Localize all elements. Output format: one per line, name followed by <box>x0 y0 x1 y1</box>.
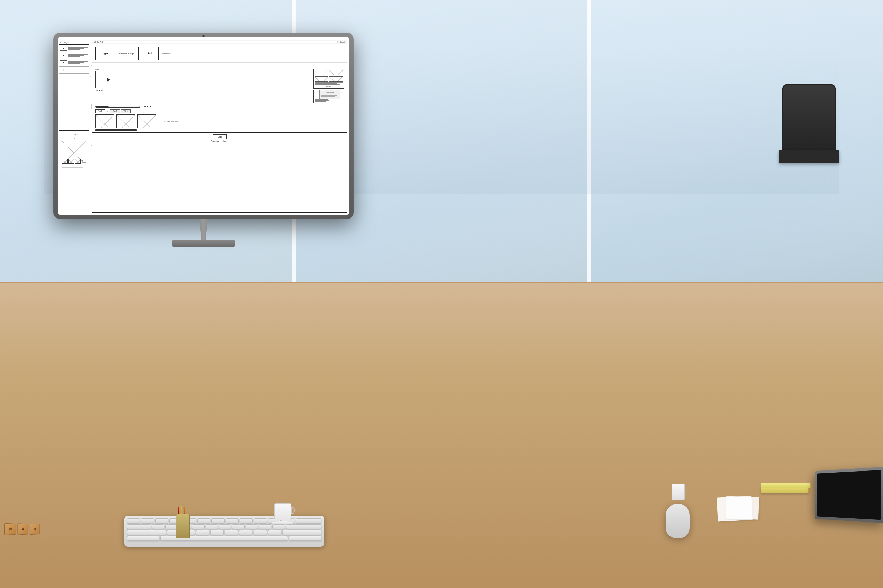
play-button-large <box>107 77 110 82</box>
video-lines-4 <box>68 69 88 71</box>
monitor-screen: Video Playlist <box>57 37 349 215</box>
card-grid <box>314 70 343 82</box>
tab-2[interactable]: Tab 2 <box>110 109 120 113</box>
key-i <box>226 518 239 523</box>
card-thumb-1 <box>314 70 328 75</box>
wireframe: Video Playlist <box>57 37 349 215</box>
x-mark-c3 <box>315 76 328 81</box>
video-thumb-3 <box>60 60 67 65</box>
x-mark-g3 <box>138 115 156 128</box>
video-prev-icon[interactable]: ◁ <box>95 89 96 91</box>
card-thumb-2 <box>329 70 343 75</box>
edit-info-label[interactable]: Edit Info <box>314 86 343 87</box>
tab-1[interactable]: Tab 1 <box>95 109 105 113</box>
insert-picture-label: Insert a Picture <box>162 53 171 54</box>
block-w: W <box>5 523 16 535</box>
logo-box: Logo <box>95 46 113 60</box>
video-thumb-4 <box>60 68 67 72</box>
key-y <box>197 518 211 523</box>
x-mark-main <box>62 141 86 158</box>
key-j <box>232 524 245 529</box>
x-mark-c1 <box>315 70 328 75</box>
play-icon-2 <box>63 54 64 57</box>
ad-text: Ad <box>147 52 152 55</box>
browser-dot-1 <box>94 41 96 43</box>
dots-navigation[interactable]: • • • <box>92 63 347 67</box>
gallery-thumb-3 <box>137 114 156 128</box>
gallery-progress <box>95 129 344 131</box>
small-photo-3 <box>75 159 81 164</box>
video-item-3 <box>59 59 89 66</box>
monitor: Video Playlist <box>53 33 354 246</box>
key-f <box>192 524 205 529</box>
video-item-1 <box>59 45 89 52</box>
x-mark-s1 <box>62 159 67 164</box>
key-a <box>152 524 164 529</box>
key-shift-r <box>283 530 322 535</box>
content-area: Video <box>92 67 347 104</box>
key-shift-l <box>127 530 166 535</box>
coffee-cup-area <box>274 503 294 524</box>
key-e <box>155 518 168 523</box>
video-column: Video <box>95 69 312 103</box>
gallery-progress-bars <box>95 129 344 131</box>
video-controls: ◁ ▷ <box>95 89 312 91</box>
logo-text: Logo <box>100 52 108 55</box>
keyboard <box>124 516 324 547</box>
video-player[interactable] <box>95 71 121 88</box>
x-mark-g1 <box>96 115 114 128</box>
left-panel-arrow-left: ← <box>90 75 92 77</box>
key-semi <box>272 524 285 529</box>
play-icon-3 <box>63 62 64 64</box>
ad-box: Ad <box>141 46 159 60</box>
small-photo-1 <box>62 159 68 164</box>
cup-body <box>274 503 292 520</box>
video-lines-1 <box>68 47 88 50</box>
video-row <box>95 71 312 88</box>
card-thumb-4 <box>329 76 343 82</box>
profile-card-lines <box>314 99 331 102</box>
key-enter <box>286 524 322 529</box>
tabs-row: Tab 1 + Tab 2 Tab 3 <box>95 109 344 113</box>
small-photo-2 <box>68 159 74 164</box>
monitor-bezel: Video Playlist <box>57 37 349 215</box>
block-0: 0 <box>30 524 40 535</box>
video-lines-2 <box>68 54 88 57</box>
footer-logo-box: Logo <box>213 134 227 139</box>
tabs-area: Tab 1 + Tab 2 Tab 3 <box>92 108 347 113</box>
upload-section: Upload Photo ↑ <box>59 134 89 168</box>
notif-line-1 <box>321 94 339 94</box>
x-mark-c4 <box>329 76 343 81</box>
video-item-2 <box>59 52 89 59</box>
tab-add-button[interactable]: + <box>106 111 109 113</box>
mouse <box>666 504 690 538</box>
video-next-icon[interactable]: ▷ <box>102 89 104 91</box>
progress-track[interactable] <box>95 106 140 108</box>
browser-dot-3 <box>100 41 101 43</box>
video-item-4 <box>59 66 89 74</box>
blocks-area: W A 0 <box>5 523 40 535</box>
gallery-next-icon[interactable]: → <box>162 120 165 123</box>
footer-area: Logo Footer + Icon <box>92 132 347 144</box>
browser-address-bar[interactable] <box>102 41 338 43</box>
search-label: Search <box>340 41 345 43</box>
key-w <box>141 518 154 523</box>
slide-left-right-label: Slide Left & Right <box>167 120 178 122</box>
video-playlist-title: Video Playlist <box>59 41 89 45</box>
upload-arrow-icon: ↑ <box>59 137 89 140</box>
key-cmd-r <box>289 536 322 541</box>
book-2 <box>761 483 811 488</box>
monitor-outer: Video Playlist <box>53 33 354 219</box>
x-mark-s3 <box>75 159 80 164</box>
progress-bar-section <box>92 104 347 108</box>
key-g <box>206 524 218 529</box>
notification-popup: Notifications <box>319 90 340 99</box>
gallery-prev-icon[interactable]: ← <box>158 120 161 123</box>
tab-3[interactable]: Tab 3 <box>121 109 131 113</box>
block-a: A <box>17 523 28 535</box>
footer-logo-text: Logo <box>218 136 222 138</box>
gallery-thumb-2 <box>116 114 135 128</box>
notification-title: Notifications <box>321 92 339 93</box>
keyboard-row-4 <box>127 536 322 541</box>
monitor-neck <box>193 219 214 240</box>
